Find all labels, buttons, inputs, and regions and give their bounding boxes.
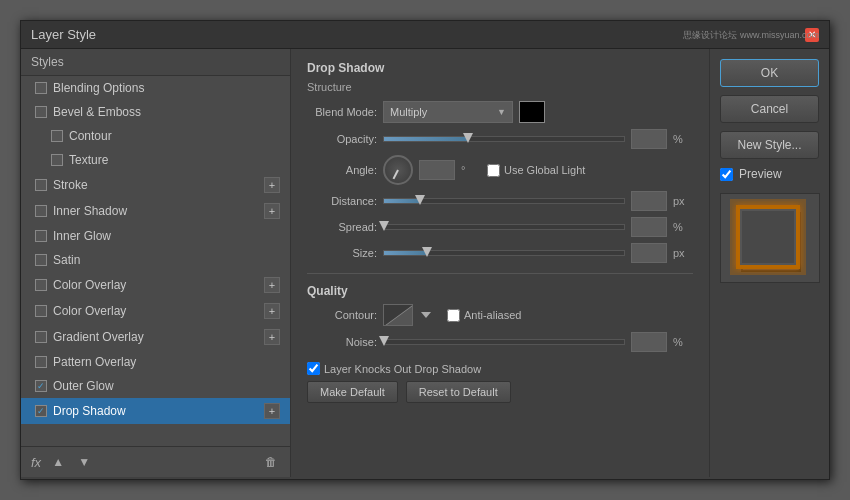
size-row: Size: 7 px [307,243,693,263]
opacity-label: Opacity: [307,133,377,145]
label-color-overlay-1: Color Overlay [53,278,126,292]
sidebar-item-bevel-emboss[interactable]: Bevel & Emboss [21,100,290,124]
sidebar-item-satin[interactable]: Satin [21,248,290,272]
distance-slider-thumb[interactable] [415,195,425,205]
dialog-title: Layer Style [31,27,96,42]
label-inner-shadow: Inner Shadow [53,204,127,218]
noise-row: Noise: 0 % [307,332,693,352]
angle-label: Angle: [307,164,377,176]
label-pattern-overlay: Pattern Overlay [53,355,136,369]
reset-to-default-button[interactable]: Reset to Default [406,381,511,403]
sidebar-item-color-overlay-2[interactable]: Color Overlay + [21,298,290,324]
cancel-button[interactable]: Cancel [720,95,819,123]
opacity-input[interactable]: 35 [631,129,667,149]
sidebar-item-contour[interactable]: Contour [21,124,290,148]
contour-row: Contour: Anti-aliased [307,304,693,326]
layer-knocks-text: Layer Knocks Out Drop Shadow [324,363,481,375]
checkbox-blending-options[interactable] [35,82,47,94]
layer-knocks-checkbox[interactable] [307,362,320,375]
add-stroke-button[interactable]: + [264,177,280,193]
preview-checkbox[interactable] [720,168,733,181]
checkbox-inner-glow[interactable] [35,230,47,242]
spread-row: Spread: 0 % [307,217,693,237]
move-up-button[interactable]: ▲ [49,453,67,471]
sidebar-item-inner-glow[interactable]: Inner Glow [21,224,290,248]
use-global-light-label[interactable]: Use Global Light [487,164,585,177]
add-gradient-overlay-button[interactable]: + [264,329,280,345]
blend-mode-row: Blend Mode: Multiply ▼ [307,101,693,123]
make-default-button[interactable]: Make Default [307,381,398,403]
delete-button[interactable]: 🗑 [262,453,280,471]
opacity-slider-wrapper [383,130,625,148]
noise-slider-wrapper [383,333,625,351]
spread-slider-wrapper [383,218,625,236]
new-style-button[interactable]: New Style... [720,131,819,159]
use-global-light-checkbox[interactable] [487,164,500,177]
contour-preview[interactable] [383,304,413,326]
sidebar-item-gradient-overlay[interactable]: Gradient Overlay + [21,324,290,350]
distance-input[interactable]: 6 [631,191,667,211]
dropdown-arrow-icon: ▼ [497,107,506,117]
size-slider-thumb[interactable] [422,247,432,257]
sidebar-item-color-overlay-1[interactable]: Color Overlay + [21,272,290,298]
checkbox-color-overlay-2[interactable] [35,305,47,317]
sidebar-item-blending-options[interactable]: Blending Options [21,76,290,100]
sidebar-item-stroke[interactable]: Stroke + [21,172,290,198]
styles-header: Styles [21,49,290,76]
ok-button[interactable]: OK [720,59,819,87]
blend-mode-dropdown[interactable]: Multiply ▼ [383,101,513,123]
distance-label: Distance: [307,195,377,207]
spread-slider-thumb[interactable] [379,221,389,231]
add-color-overlay-2-button[interactable]: + [264,303,280,319]
label-inner-glow: Inner Glow [53,229,111,243]
spread-input[interactable]: 0 [631,217,667,237]
size-label: Size: [307,247,377,259]
layer-knocks-label[interactable]: Layer Knocks Out Drop Shadow [307,362,481,375]
preview-label-row: Preview [720,167,819,181]
checkbox-color-overlay-1[interactable] [35,279,47,291]
sidebar-item-pattern-overlay[interactable]: Pattern Overlay [21,350,290,374]
noise-input[interactable]: 0 [631,332,667,352]
label-satin: Satin [53,253,80,267]
add-color-overlay-1-button[interactable]: + [264,277,280,293]
opacity-slider-thumb[interactable] [463,133,473,143]
opacity-unit: % [673,133,693,145]
checkbox-drop-shadow[interactable]: ✓ [35,405,47,417]
label-stroke: Stroke [53,178,88,192]
opacity-row: Opacity: 35 % [307,129,693,149]
angle-input[interactable]: 63 [419,160,455,180]
watermark: 思缘设计论坛 www.missyuan.com [683,29,819,42]
add-drop-shadow-button[interactable]: + [264,403,280,419]
anti-aliased-checkbox[interactable] [447,309,460,322]
button-row: Make Default Reset to Default [307,381,693,403]
label-texture: Texture [69,153,108,167]
size-slider-wrapper [383,244,625,262]
anti-aliased-label[interactable]: Anti-aliased [447,309,521,322]
label-gradient-overlay: Gradient Overlay [53,330,144,344]
color-swatch[interactable] [519,101,545,123]
middle-panel: Drop Shadow Structure Blend Mode: Multip… [291,49,709,477]
checkbox-satin[interactable] [35,254,47,266]
checkbox-inner-shadow[interactable] [35,205,47,217]
checkbox-bevel-emboss[interactable] [35,106,47,118]
checkbox-gradient-overlay[interactable] [35,331,47,343]
anti-aliased-text: Anti-aliased [464,309,521,321]
move-down-button[interactable]: ▼ [75,453,93,471]
sidebar-item-outer-glow[interactable]: ✓ Outer Glow [21,374,290,398]
footer-actions: Layer Knocks Out Drop Shadow Make Defaul… [307,362,693,403]
checkbox-outer-glow[interactable]: ✓ [35,380,47,392]
sidebar-item-drop-shadow[interactable]: ✓ Drop Shadow + [21,398,290,424]
preview-box [720,193,820,283]
noise-slider-thumb[interactable] [379,336,389,346]
checkbox-pattern-overlay[interactable] [35,356,47,368]
size-input[interactable]: 7 [631,243,667,263]
checkbox-contour[interactable] [51,130,63,142]
svg-rect-3 [742,211,794,263]
sidebar-item-inner-shadow[interactable]: Inner Shadow + [21,198,290,224]
add-inner-shadow-button[interactable]: + [264,203,280,219]
checkbox-stroke[interactable] [35,179,47,191]
contour-dropdown-arrow-icon[interactable] [421,312,431,318]
checkbox-texture[interactable] [51,154,63,166]
angle-dial[interactable] [383,155,413,185]
sidebar-item-texture[interactable]: Texture [21,148,290,172]
